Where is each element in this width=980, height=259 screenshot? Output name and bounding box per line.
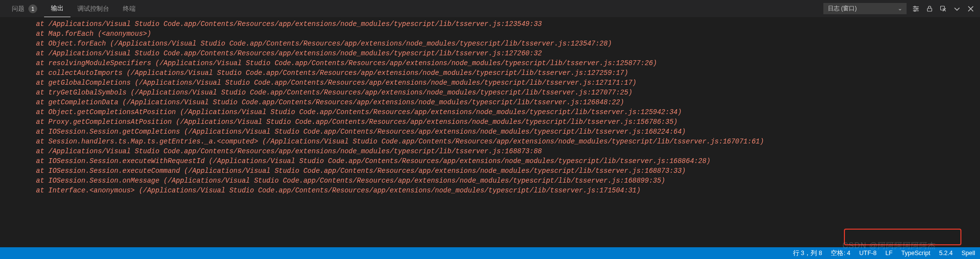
svg-point-3 (914, 6, 916, 7)
log-line: at getGlobalCompletions (/Applications/V… (20, 78, 976, 88)
svg-rect-6 (928, 8, 932, 11)
status-language[interactable]: TypeScript (901, 250, 930, 257)
problems-count-badge: 1 (28, 4, 37, 13)
log-line: at Object.forEach (/Applications/Visual … (20, 39, 976, 48)
chevron-down-icon[interactable] (953, 4, 961, 13)
log-line: at Interface.<anonymous> (/Applications/… (20, 186, 976, 195)
output-channel-select[interactable]: 日志 (窗口) ⌄ (823, 3, 907, 14)
log-line: at IOSession.Session.executeCommand (/Ap… (20, 166, 976, 176)
tab-debug-console[interactable]: 调试控制台 (70, 0, 116, 17)
status-bar: 行 3，列 8 空格: 4 UTF-8 LF TypeScript 5.2.4 … (0, 247, 980, 259)
log-line: at Map.forEach (<anonymous>) (20, 29, 976, 39)
status-ts-version[interactable]: 5.2.4 (939, 250, 953, 257)
panel-tab-bar: 问题 1 输出 调试控制台 终端 日志 (窗口) ⌄ (0, 0, 980, 17)
tab-debug-label: 调试控制台 (77, 4, 109, 13)
log-line: at getCompletionData (/Applications/Visu… (20, 97, 976, 107)
tab-output[interactable]: 输出 (44, 0, 70, 17)
settings-icon[interactable] (911, 4, 920, 13)
status-spell[interactable]: Spell (961, 250, 975, 257)
close-panel-icon[interactable] (966, 4, 975, 13)
log-line: at Session.handlers.ts.Map.ts.getEntries… (20, 137, 976, 146)
tab-problems[interactable]: 问题 1 (5, 0, 44, 17)
clear-output-icon[interactable] (939, 4, 948, 13)
log-line: at /Applications/Visual Studio Code.app/… (20, 19, 976, 29)
tab-terminal-label: 终端 (123, 4, 136, 13)
status-encoding[interactable]: UTF-8 (859, 250, 876, 257)
log-line: at IOSession.Session.onMessage (/Applica… (20, 176, 976, 186)
log-line: at IOSession.Session.executeWithRequestI… (20, 156, 976, 166)
output-log-area[interactable]: at /Applications/Visual Studio Code.app/… (0, 17, 980, 247)
tab-terminal[interactable]: 终端 (116, 0, 142, 17)
tab-problems-label: 问题 (12, 4, 24, 13)
chevron-down-icon: ⌄ (898, 5, 902, 12)
log-line: at /Applications/Visual Studio Code.app/… (20, 146, 976, 156)
output-channel-label: 日志 (窗口) (828, 4, 857, 13)
log-line: at Object.getCompletionsAtPosition (/App… (20, 107, 976, 117)
status-indent[interactable]: 空格: 4 (831, 249, 850, 258)
log-line: at collectAutoImports (/Applications/Vis… (20, 68, 976, 78)
log-line: at resolvingModuleSpecifiers (/Applicati… (20, 58, 976, 68)
svg-point-4 (916, 8, 918, 9)
svg-point-5 (914, 10, 916, 11)
log-line: at /Applications/Visual Studio Code.app/… (20, 48, 976, 58)
panel-tools: 日志 (窗口) ⌄ (823, 3, 975, 14)
status-line-col[interactable]: 行 3，列 8 (793, 249, 822, 258)
log-line: at tryGetGlobalSymbols (/Applications/Vi… (20, 88, 976, 97)
log-line: at IOSession.Session.getCompletions (/Ap… (20, 127, 976, 137)
tab-output-label: 输出 (51, 4, 64, 13)
status-eol[interactable]: LF (886, 250, 893, 257)
lock-icon[interactable] (925, 4, 934, 13)
log-line: at Proxy.getCompletionsAtPosition (/Appl… (20, 117, 976, 127)
